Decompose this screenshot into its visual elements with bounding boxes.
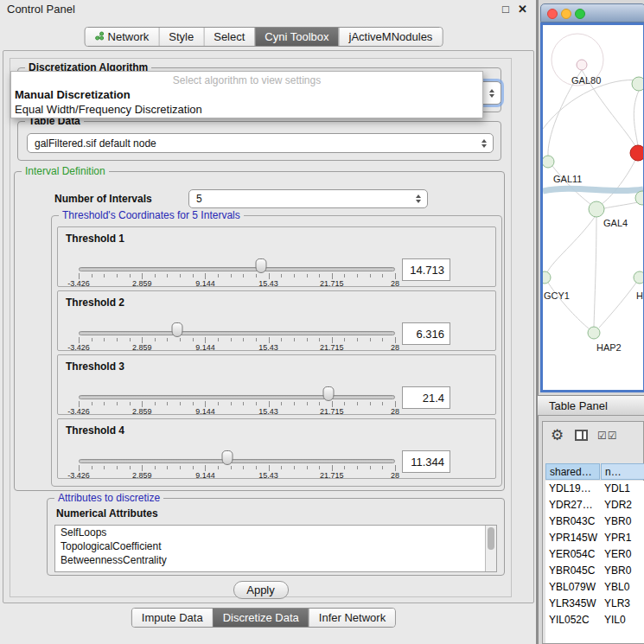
- apply-button[interactable]: Apply: [233, 581, 289, 599]
- network-node[interactable]: [634, 271, 643, 284]
- slider-track[interactable]: [79, 459, 395, 463]
- bottom-tab-infer-network[interactable]: Infer Network: [309, 609, 395, 627]
- scale-label: 2.859: [132, 407, 152, 416]
- slider-thumb[interactable]: [256, 258, 267, 273]
- minimize-traffic-light-icon[interactable]: [561, 9, 571, 19]
- discretize-data-pane: Discretization Algorithm Select algorith…: [10, 58, 512, 597]
- interval-definition-group-label: Interval Definition: [22, 165, 109, 177]
- table-row[interactable]: YDL19…YDL1: [545, 481, 644, 497]
- slider-track[interactable]: [79, 267, 395, 271]
- table-cell: YLR345W: [545, 596, 601, 612]
- checkbox-icons[interactable]: ☑☑: [597, 430, 618, 442]
- table-data-combobox[interactable]: galFiltered.sif default node: [27, 133, 494, 153]
- slider-thumb[interactable]: [323, 386, 335, 401]
- table-row[interactable]: YBL079WYBL0: [545, 579, 644, 596]
- table-row[interactable]: YBR043CYBR0: [545, 513, 644, 530]
- scale-label: -3.426: [67, 407, 90, 416]
- network-node[interactable]: [588, 327, 600, 339]
- threshold-value-field[interactable]: 6.316: [402, 322, 450, 345]
- tab-select[interactable]: Select: [203, 28, 254, 46]
- slider-track[interactable]: [79, 331, 395, 335]
- algorithm-option-manual-discretization[interactable]: Manual Discretization: [11, 87, 482, 102]
- network-node[interactable]: [543, 156, 554, 168]
- close-traffic-light-icon[interactable]: [547, 9, 558, 19]
- close-icon[interactable]: ✕: [518, 3, 527, 16]
- table-row[interactable]: YIL052CYIL0: [545, 612, 644, 628]
- list-item-topologicalcoefficient[interactable]: TopologicalCoefficient: [55, 539, 496, 553]
- tab-jactivemnodules[interactable]: jActiveMNodules: [339, 28, 443, 46]
- table-header-row: shared…n…: [545, 463, 644, 480]
- table-row[interactable]: YBR045CYBR0: [545, 563, 644, 579]
- top-tab-bar: NetworkStyleSelectCyni ToolboxjActiveMNo…: [85, 27, 443, 47]
- network-node[interactable]: [577, 60, 587, 70]
- network-node[interactable]: [543, 271, 551, 284]
- scale-label: 15.43: [258, 343, 278, 352]
- list-item-betweennesscentrality[interactable]: BetweennessCentrality: [55, 553, 496, 567]
- table-cell: YLR3: [601, 596, 644, 612]
- threshold-value-field[interactable]: 21.4: [402, 386, 450, 409]
- slider-track[interactable]: [79, 395, 395, 399]
- slider-thumb[interactable]: [222, 450, 233, 465]
- tab-cyni-toolbox[interactable]: Cyni Toolbox: [254, 28, 338, 46]
- slider-thumb[interactable]: [171, 322, 182, 337]
- table-rows: YDL19…YDL1YDR27…YDR2YBR043CYBR0YPR145WYP…: [545, 481, 644, 643]
- control-panel: Control Panel □ ✕ NetworkStyleSelectCyni…: [0, 0, 538, 644]
- tab-style[interactable]: Style: [158, 28, 203, 46]
- node-label-gal80: GAL80: [571, 75, 601, 86]
- tab-network[interactable]: Network: [86, 28, 159, 46]
- list-item-selfloops[interactable]: SelfLoops: [55, 526, 496, 539]
- scale-label: -3.426: [67, 279, 90, 288]
- table-row[interactable]: YLR345WYLR3: [545, 596, 644, 612]
- number-of-intervals-combobox[interactable]: 5: [188, 189, 428, 208]
- panel-divider[interactable]: [536, 0, 539, 644]
- table-panel-header[interactable]: Table Panel: [538, 395, 644, 416]
- list-scrollbar[interactable]: [485, 526, 496, 571]
- network-canvas[interactable]: GAL80GAL11GAL4GCY1HHAP2: [543, 25, 643, 390]
- table-cell: YBL079W: [545, 579, 601, 596]
- float-icon[interactable]: □: [502, 3, 509, 16]
- columns-icon[interactable]: [575, 430, 588, 441]
- table-row[interactable]: YPR145WYPR1: [545, 530, 644, 546]
- node-label-gal4: GAL4: [603, 218, 628, 228]
- scale-label: 15.43: [258, 279, 278, 288]
- combobox-stepper-icon: [416, 194, 421, 203]
- network-node[interactable]: [589, 201, 604, 217]
- control-panel-titlebar: Control Panel □ ✕: [0, 0, 538, 17]
- threshold-value-field[interactable]: 11.344: [402, 450, 450, 473]
- table-cell: YDR2: [601, 497, 644, 513]
- table-cell: YIL052C: [545, 612, 601, 628]
- table-cell: YBL0: [601, 579, 644, 596]
- network-window-titlebar[interactable]: [540, 3, 644, 22]
- threshold-value-field[interactable]: 14.713: [402, 258, 450, 281]
- table-panel-window: ⚙ ☑☑ shared…n… YDL19…YDL1YDR27…YDR2YBR04…: [542, 421, 644, 644]
- table-cell: YPR145W: [545, 530, 601, 546]
- combobox-stepper-icon: [489, 89, 494, 98]
- table-cell: YDR27…: [545, 497, 601, 513]
- bottom-tab-label: Impute Data: [142, 609, 203, 627]
- scale-label: 21.715: [320, 343, 344, 352]
- selected-network-node[interactable]: [630, 145, 643, 161]
- table-row[interactable]: YER054CYER0: [545, 546, 644, 563]
- network-frame: GAL80GAL11GAL4GCY1HHAP2: [540, 22, 644, 392]
- column-header-shared[interactable]: shared…: [545, 463, 600, 480]
- numerical-attributes-label: Numerical Attributes: [56, 507, 158, 520]
- network-node[interactable]: [632, 77, 643, 91]
- network-graph: GAL80GAL11GAL4GCY1HHAP2: [543, 25, 643, 390]
- bottom-tab-discretize-data[interactable]: Discretize Data: [213, 609, 309, 627]
- scale-label: 21.715: [320, 471, 344, 480]
- slider-scale: -3.4262.8599.14415.4321.71528: [79, 471, 395, 480]
- scrollbar-thumb[interactable]: [488, 527, 494, 550]
- column-header-n[interactable]: n…: [601, 463, 644, 480]
- bottom-tab-impute-data[interactable]: Impute Data: [132, 609, 213, 627]
- scale-label: 2.859: [132, 471, 152, 480]
- threshold-label: Threshold 4: [66, 424, 124, 437]
- zoom-traffic-light-icon[interactable]: [575, 9, 585, 19]
- number-of-intervals-label: Number of Intervals: [54, 193, 152, 205]
- algorithm-placeholder: Select algorithm to view settings: [11, 73, 482, 87]
- gear-icon[interactable]: ⚙: [551, 426, 564, 444]
- attributes-listbox[interactable]: SelfLoopsTopologicalCoefficientBetweenne…: [54, 525, 497, 572]
- tab-label: jActiveMNodules: [349, 28, 433, 46]
- scale-label: 28: [391, 279, 399, 288]
- algorithm-option-equal-width-frequency-discretization[interactable]: Equal Width/Frequency Discretization: [11, 102, 482, 117]
- table-row[interactable]: YDR27…YDR2: [545, 497, 644, 513]
